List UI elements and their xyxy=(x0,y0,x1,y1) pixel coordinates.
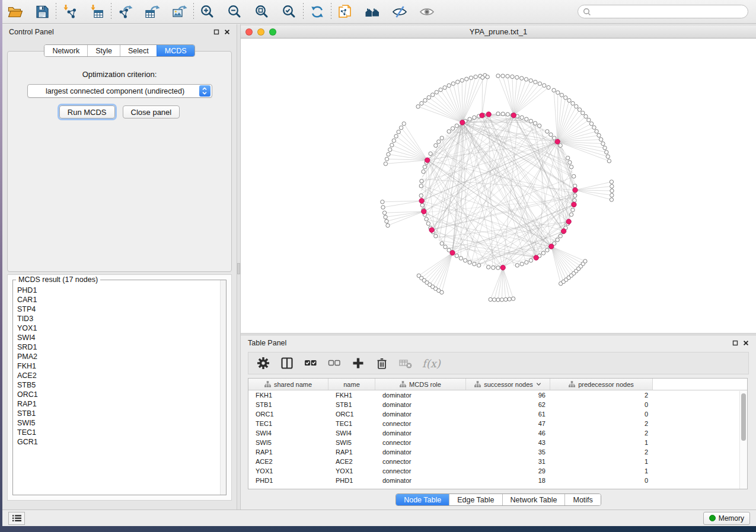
eye-icon[interactable] xyxy=(419,4,435,20)
graph-node[interactable] xyxy=(388,148,392,151)
split-panel-icon[interactable] xyxy=(280,357,294,370)
table-cell[interactable]: SWI4 xyxy=(248,428,328,438)
table-cell[interactable]: FKH1 xyxy=(248,390,328,400)
graph-node[interactable] xyxy=(538,82,541,85)
graph-node[interactable] xyxy=(572,174,575,178)
run-mcds-button[interactable]: Run MCDS xyxy=(59,105,115,118)
table-cell[interactable]: connector xyxy=(375,466,466,476)
export-image-icon[interactable] xyxy=(172,4,187,20)
table-cell[interactable]: SWI4 xyxy=(328,428,375,438)
table-cell[interactable]: TEC1 xyxy=(328,419,375,428)
graph-node[interactable] xyxy=(569,213,573,216)
graph-node[interactable] xyxy=(385,219,388,223)
save-icon[interactable] xyxy=(34,4,50,20)
refresh-icon[interactable] xyxy=(310,4,325,20)
close-panel-button[interactable]: Close panel xyxy=(123,105,180,118)
table-cell[interactable]: ORC1 xyxy=(328,409,375,419)
graph-hub-node[interactable] xyxy=(511,113,516,118)
graph-node[interactable] xyxy=(419,194,423,197)
graph-node[interactable] xyxy=(381,206,385,209)
graph-node[interactable] xyxy=(607,159,611,163)
graph-node[interactable] xyxy=(520,76,524,80)
graph-node[interactable] xyxy=(486,75,489,79)
result-list-item[interactable]: ORC1 xyxy=(17,390,220,399)
graph-hub-node[interactable] xyxy=(450,251,455,255)
graph-node[interactable] xyxy=(610,193,614,197)
table-cell[interactable]: dominator xyxy=(375,476,466,485)
graph-node[interactable] xyxy=(599,137,602,141)
graph-node[interactable] xyxy=(533,121,537,125)
graph-node[interactable] xyxy=(534,80,537,84)
table-row[interactable]: PHD1PHD1dominator180 xyxy=(248,476,747,485)
graph-node[interactable] xyxy=(420,203,424,207)
graph-node[interactable] xyxy=(474,75,477,78)
result-list-item[interactable]: SWI4 xyxy=(17,333,220,342)
zoom-window-light[interactable] xyxy=(269,28,276,36)
tab-select[interactable]: Select xyxy=(120,45,157,56)
table-cell[interactable]: dominator xyxy=(375,428,466,438)
table-cell[interactable]: 2 xyxy=(550,447,653,457)
table-cell[interactable]: STB1 xyxy=(328,400,375,409)
table-cell[interactable]: connector xyxy=(375,438,466,447)
float-panel-icon[interactable] xyxy=(732,340,738,346)
graph-node[interactable] xyxy=(583,259,587,263)
graph-node[interactable] xyxy=(515,264,519,267)
table-cell[interactable]: SWI5 xyxy=(248,438,328,447)
graph-node[interactable] xyxy=(525,117,528,121)
graph-node[interactable] xyxy=(595,130,598,133)
graph-node[interactable] xyxy=(387,152,390,156)
graph-node[interactable] xyxy=(520,116,524,119)
graph-node[interactable] xyxy=(511,297,515,300)
graph-node[interactable] xyxy=(506,113,509,116)
graph-node[interactable] xyxy=(386,223,390,227)
table-cell[interactable]: 46 xyxy=(466,428,550,438)
graph-node[interactable] xyxy=(439,88,442,91)
splitter-handle[interactable] xyxy=(237,263,240,274)
graph-hub-node[interactable] xyxy=(500,265,505,270)
graph-node[interactable] xyxy=(578,108,581,111)
graph-hub-node[interactable] xyxy=(549,244,554,249)
graph-node[interactable] xyxy=(492,266,495,270)
graph-node[interactable] xyxy=(426,222,430,225)
network-canvas[interactable] xyxy=(241,39,756,333)
graph-node[interactable] xyxy=(419,184,423,188)
graph-hub-node[interactable] xyxy=(562,229,566,233)
graph-node[interactable] xyxy=(496,266,500,270)
result-list-item[interactable]: SWI5 xyxy=(17,418,220,428)
graph-node[interactable] xyxy=(489,297,492,301)
graph-node[interactable] xyxy=(610,198,613,201)
graph-node[interactable] xyxy=(547,85,550,89)
graph-hub-node[interactable] xyxy=(422,209,426,214)
graph-node[interactable] xyxy=(447,130,451,133)
float-panel-icon[interactable] xyxy=(213,29,219,35)
table-cell[interactable]: ACE2 xyxy=(328,457,375,466)
graph-node[interactable] xyxy=(447,84,451,87)
table-cell[interactable]: YOX1 xyxy=(328,466,375,476)
graph-node[interactable] xyxy=(416,105,420,108)
table-row[interactable]: RAP1RAP1dominator352 xyxy=(248,447,747,457)
table-row[interactable]: SWI4SWI4dominator462 xyxy=(248,428,747,438)
graph-node[interactable] xyxy=(451,127,454,130)
table-row[interactable]: YOX1YOX1connector291 xyxy=(248,466,747,476)
graph-node[interactable] xyxy=(566,156,569,159)
table-cell[interactable]: dominator xyxy=(375,409,466,419)
graph-node[interactable] xyxy=(606,155,610,158)
graph-node[interactable] xyxy=(492,298,496,302)
graph-node[interactable] xyxy=(573,198,576,202)
tab-edge-table[interactable]: Edge Table xyxy=(449,494,502,505)
zoom-in-icon[interactable] xyxy=(200,4,215,20)
graph-node[interactable] xyxy=(567,98,571,102)
houses-icon[interactable] xyxy=(365,4,380,20)
graph-node[interactable] xyxy=(610,180,613,184)
table-cell[interactable]: connector xyxy=(375,419,466,428)
graph-node[interactable] xyxy=(597,133,601,137)
graph-node[interactable] xyxy=(601,142,605,145)
graph-node[interactable] xyxy=(610,184,614,188)
graph-hub-node[interactable] xyxy=(566,219,571,224)
minimize-window-light[interactable] xyxy=(257,28,264,36)
table-row[interactable]: SWI5SWI5connector431 xyxy=(248,438,747,447)
graph-node[interactable] xyxy=(425,217,428,221)
result-list-item[interactable]: PMA2 xyxy=(17,352,220,361)
graph-hub-node[interactable] xyxy=(534,255,538,260)
table-cell[interactable]: STB1 xyxy=(248,400,328,409)
